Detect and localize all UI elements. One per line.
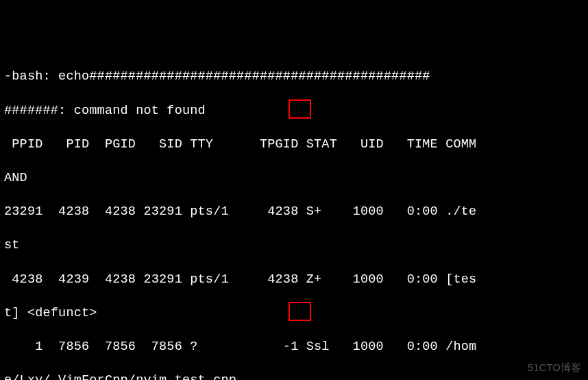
ps-row-wrap: e/Lxy/.VimForCpp/nvim test.cpp <box>4 372 584 380</box>
ps-header-wrap: AND <box>4 170 584 187</box>
watermark: 51CTO博客 <box>528 361 581 375</box>
term-line: #######: command not found <box>4 103 584 120</box>
ps-header: PPID PID PGID SID TTY TPGID STAT UID TIM… <box>4 136 584 154</box>
ps-row: 23291 4238 4238 23291 pts/1 4238 S+ 1000… <box>4 204 584 221</box>
ps-row: 4238 4239 4238 23291 pts/1 4238 Z+ 1000 … <box>4 272 584 289</box>
ps-row-wrap: t] <defunct> <box>4 305 584 322</box>
ps-row: 1 7856 7856 7856 ? -1 Ssl 1000 0:00 /hom <box>4 339 584 356</box>
term-line: -bash: echo#############################… <box>4 69 584 86</box>
ps-row-wrap: st <box>4 237 584 254</box>
